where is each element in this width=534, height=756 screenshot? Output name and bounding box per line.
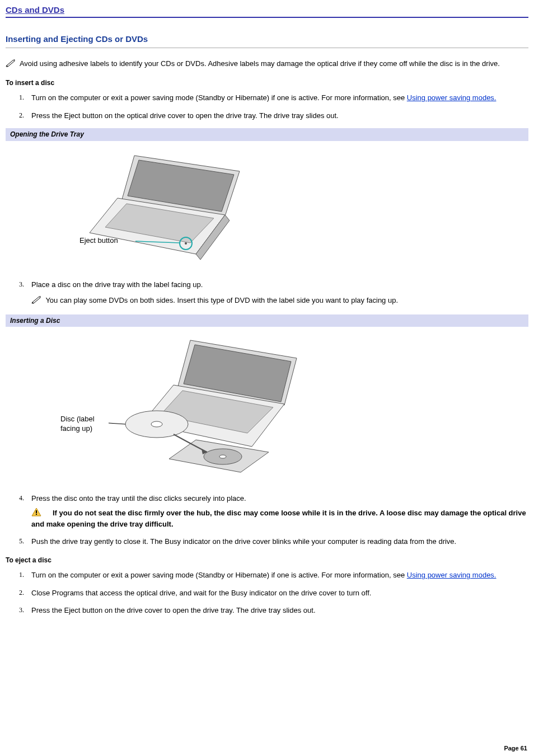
step-text: Place a disc on the drive tray with the … [31,280,203,289]
figure-inserting-disc: Disc (label facing up) [6,327,528,494]
figure-caption: Opening the Drive Tray [6,128,528,140]
page-title: CDs and DVDs [6,4,528,18]
step-text: Close Programs that access the optical d… [31,589,371,597]
step-text: Press the Eject button on the drive cove… [31,606,316,614]
disc-label-callout-1: Disc (label [60,415,95,423]
list-item: Close Programs that access the optical d… [31,588,528,598]
svg-line-17 [109,423,125,424]
section-heading: Inserting and Ejecting CDs or DVDs [6,34,528,48]
warning-text: If you do not seat the disc firmly over … [31,509,526,528]
insert-steps-cont2: Press the disc onto the tray until the d… [6,494,528,547]
eject-steps: Turn on the computer or exit a power sav… [6,570,528,616]
svg-point-16 [151,421,162,427]
note-text: You can play some DVDs on both sides. In… [45,296,398,304]
list-item: Press the Eject button on the optical dr… [31,111,528,121]
seat-disc-warning: If you do not seat the disc firmly over … [31,508,528,529]
step-text: Push the drive tray gently to close it. … [31,537,456,546]
note-icon [31,295,43,307]
svg-point-6 [185,242,187,245]
intro-note: Avoid using adhesive labels to identify … [6,58,528,70]
step-text: Press the Eject button on the optical dr… [31,111,339,120]
step-text: Turn on the computer or exit a power sav… [31,93,407,102]
figure-opening-tray: Eject button [6,141,528,280]
svg-rect-20 [36,510,37,513]
power-modes-link[interactable]: Using power saving modes. [407,571,496,579]
list-item: Press the Eject button on the drive cove… [31,605,528,616]
power-modes-link[interactable]: Using power saving modes. [407,93,496,102]
step-text: Press the disc onto the tray until the d… [31,494,246,503]
laptop-insert-illustration: Disc (label facing up) [6,335,319,480]
svg-rect-21 [36,514,37,515]
disc-label-callout-2: facing up) [60,424,92,433]
list-item: Turn on the computer or exit a power sav… [31,570,528,580]
eject-heading: To eject a disc [6,556,528,565]
list-item: Press the disc onto the tray until the d… [31,494,528,529]
dvd-both-sides-note: You can play some DVDs on both sides. In… [31,295,528,307]
insert-heading: To insert a disc [6,78,528,87]
list-item: Place a disc on the drive tray with the … [31,280,528,307]
laptop-eject-illustration: Eject button [6,149,263,266]
svg-point-14 [219,455,226,458]
note-icon [6,58,17,70]
figure-caption: Inserting a Disc [6,314,528,327]
insert-steps: Turn on the computer or exit a power sav… [6,93,528,120]
step-text: Turn on the computer or exit a power sav… [31,571,407,579]
insert-steps-cont: Place a disc on the drive tray with the … [6,280,528,307]
warning-icon [31,508,41,519]
list-item: Turn on the computer or exit a power sav… [31,93,528,103]
intro-note-text: Avoid using adhesive labels to identify … [20,59,500,67]
eject-button-label: Eject button [79,236,118,245]
list-item: Push the drive tray gently to close it. … [31,537,528,547]
